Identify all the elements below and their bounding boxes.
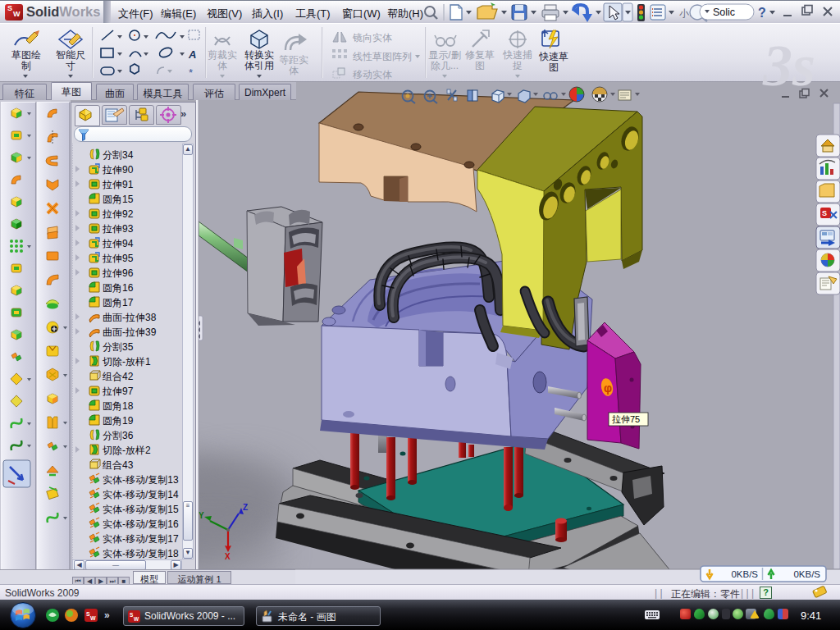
svg-text:Solic: Solic <box>713 7 735 18</box>
svg-text:*: * <box>189 66 193 79</box>
svg-text:0KB/S: 0KB/S <box>731 569 758 579</box>
svg-text:φ: φ <box>604 381 612 395</box>
svg-text:Z: Z <box>243 503 248 512</box>
svg-text:W: W <box>134 616 139 622</box>
svg-text:0KB/S: 0KB/S <box>793 569 820 579</box>
svg-text:»: » <box>104 609 110 621</box>
svg-text:X: X <box>225 552 231 561</box>
svg-text:A: A <box>188 48 196 61</box>
svg-text:W: W <box>90 615 96 621</box>
svg-text:S: S <box>822 209 827 217</box>
svg-text:?: ? <box>758 6 766 20</box>
svg-text:Y: Y <box>199 511 204 520</box>
svg-text:拉伸75: 拉伸75 <box>612 414 640 424</box>
